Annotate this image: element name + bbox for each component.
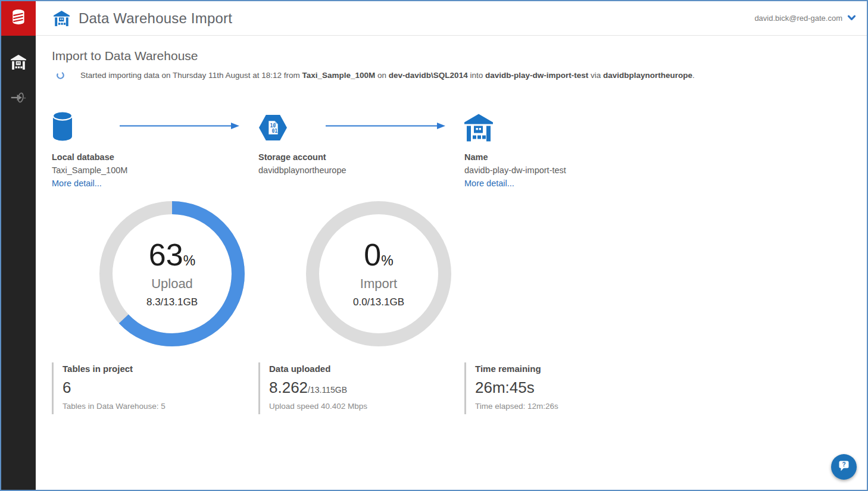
- main-content: Import to Data Warehouse Started importi…: [36, 36, 867, 490]
- chevron-down-icon: [847, 13, 856, 24]
- svg-text:?: ?: [842, 461, 845, 468]
- status-server: dev-davidb\SQL2014: [389, 71, 468, 80]
- sidebar-item-import[interactable]: [9, 89, 28, 108]
- stat-value: 8.262/13.115GB: [269, 379, 464, 397]
- app-title: Data Warehouse Import: [79, 10, 232, 27]
- stat-sub: Upload speed 40.402 Mbps: [269, 402, 464, 411]
- more-detail-link[interactable]: More detail...: [464, 179, 643, 188]
- import-label: Import: [360, 276, 397, 292]
- import-progress-ring: 0% Import 0.0/13.1GB: [306, 201, 451, 346]
- account-email: david.bick@red-gate.com: [754, 14, 842, 23]
- help-button[interactable]: ?: [831, 454, 857, 480]
- upload-progress-ring: 63% Upload 8.3/13.1GB: [99, 201, 245, 346]
- stat-value: 26m:45s: [475, 379, 643, 397]
- flow-label: Name: [464, 152, 643, 162]
- warehouse-icon: [54, 11, 70, 26]
- upload-ring-center: 63% Upload 8.3/13.1GB: [99, 201, 245, 346]
- status-source-db: Taxi_Sample_100M: [302, 71, 375, 80]
- app-window: Data Warehouse Import david.bick@red-gat…: [0, 0, 868, 491]
- page-title: Import to Data Warehouse: [52, 49, 849, 63]
- flow-warehouse: Name davidb-play-dw-import-test More det…: [464, 110, 643, 188]
- flow-storage-account: 10 01 Storage account davidbplaynortheur…: [258, 110, 437, 175]
- left-sidebar: [1, 36, 36, 490]
- redgate-logo[interactable]: [1, 1, 36, 36]
- stat-sub: Time elapsed: 12m:26s: [475, 402, 643, 411]
- import-status-line: Started importing data on Thursday 11th …: [52, 71, 849, 80]
- stat-tables-in-project: Tables in project 6 Tables in Data Wareh…: [52, 362, 258, 414]
- warehouse-icon: [11, 55, 26, 72]
- upload-label: Upload: [151, 276, 193, 292]
- sidebar-item-warehouse[interactable]: [9, 54, 28, 73]
- import-arrow-icon: [10, 89, 27, 108]
- arrow-right-icon: [326, 121, 446, 133]
- flow-value: Taxi_Sample_100M: [52, 165, 230, 175]
- import-ring-center: 0% Import 0.0/13.1GB: [306, 201, 451, 346]
- redgate-database-icon: [8, 7, 29, 30]
- stat-label: Tables in project: [63, 364, 258, 374]
- stat-sub: Tables in Data Warehouse: 5: [63, 402, 258, 411]
- flow-label: Storage account: [258, 152, 437, 162]
- status-storage: davidbplaynortheurope: [603, 71, 692, 80]
- import-flow-diagram: Local database Taxi_Sample_100M More det…: [52, 110, 849, 194]
- more-detail-link[interactable]: More detail...: [52, 179, 230, 188]
- svg-text:01: 01: [271, 128, 277, 134]
- top-bar: Data Warehouse Import david.bick@red-gat…: [1, 1, 867, 36]
- status-text: Started importing data on Thursday 11th …: [80, 71, 695, 80]
- stat-value: 6: [63, 379, 258, 397]
- stat-label: Data uploaded: [269, 364, 464, 374]
- stat-time-remaining: Time remaining 26m:45s Time elapsed: 12m…: [464, 362, 643, 414]
- status-target-db: davidb-play-dw-import-test: [485, 71, 588, 80]
- flow-label: Local database: [52, 152, 230, 162]
- upload-percent: 63%: [149, 239, 195, 270]
- import-percent: 0%: [364, 239, 393, 270]
- stats-row: Tables in project 6 Tables in Data Wareh…: [52, 362, 849, 414]
- spinner-icon: [56, 71, 65, 80]
- import-detail: 0.0/13.1GB: [353, 296, 404, 308]
- account-menu[interactable]: david.bick@red-gate.com: [754, 13, 856, 24]
- upload-detail: 8.3/13.1GB: [146, 296, 198, 308]
- warehouse-icon: [464, 110, 643, 142]
- flow-value: davidb-play-dw-import-test: [464, 165, 643, 175]
- help-chat-icon: ?: [838, 459, 850, 474]
- stat-data-uploaded: Data uploaded 8.262/13.115GB Upload spee…: [258, 362, 464, 414]
- arrow-right-icon: [120, 121, 240, 133]
- progress-rings: 63% Upload 8.3/13.1GB 0% Import 0.0/13.1…: [99, 201, 849, 346]
- flow-value: davidbplaynortheurope: [258, 165, 437, 175]
- stat-label: Time remaining: [475, 364, 643, 374]
